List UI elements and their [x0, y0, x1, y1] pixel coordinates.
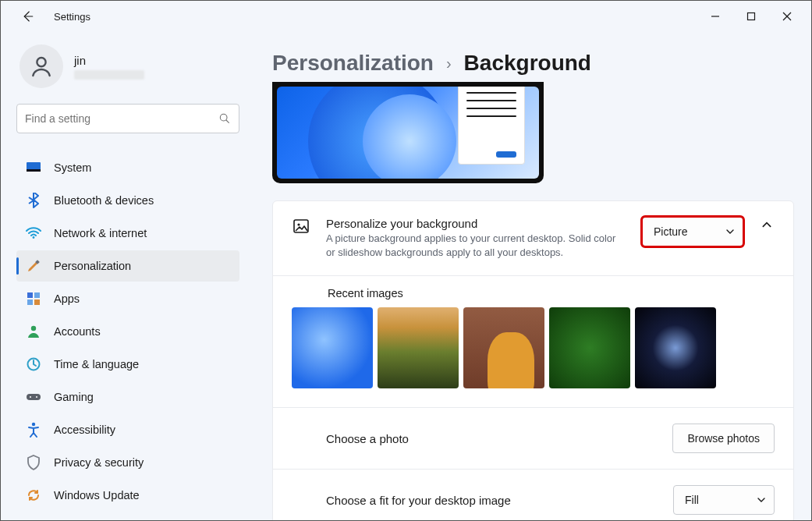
expand-toggle[interactable] — [759, 217, 775, 232]
titlebar-left: Settings — [20, 9, 90, 24]
browse-photos-button[interactable]: Browse photos — [672, 424, 775, 453]
close-icon — [782, 12, 792, 21]
update-icon — [26, 487, 41, 503]
paintbrush-icon — [26, 258, 41, 274]
search-box[interactable] — [16, 104, 239, 133]
sidebar-item-accounts[interactable]: Accounts — [16, 316, 239, 347]
breadcrumb-parent[interactable]: Personalization — [272, 51, 434, 76]
svg-point-22 — [297, 223, 300, 225]
sidebar-item-label: Time & language — [54, 358, 139, 370]
chevron-down-icon — [725, 227, 735, 236]
window-controls — [697, 4, 805, 29]
recent-thumbnail[interactable] — [463, 307, 544, 388]
svg-line-6 — [226, 120, 229, 122]
fit-dropdown[interactable]: Fill — [673, 485, 775, 515]
sidebar: jin System Bluetooth & devices — [1, 32, 250, 520]
user-block[interactable]: jin — [20, 44, 239, 88]
svg-rect-17 — [27, 394, 41, 400]
search-icon — [218, 112, 231, 125]
background-type-dropdown[interactable]: Picture — [642, 217, 743, 246]
button-label: Browse photos — [687, 432, 760, 445]
sidebar-item-label: Personalization — [54, 260, 131, 272]
sidebar-item-accessibility[interactable]: Accessibility — [16, 414, 239, 445]
accessibility-icon — [26, 422, 41, 438]
svg-point-20 — [32, 423, 35, 426]
bluetooth-icon — [26, 193, 41, 208]
back-button[interactable] — [20, 9, 35, 24]
main-content: Personalization › Background — [250, 32, 811, 520]
user-email-redacted — [74, 70, 144, 80]
account-icon — [26, 324, 41, 339]
sidebar-item-gaming[interactable]: Gaming — [16, 381, 239, 413]
titlebar: Settings — [1, 1, 811, 32]
sidebar-item-privacy[interactable]: Privacy & security — [16, 447, 239, 478]
recent-images-section: Recent images — [273, 275, 793, 407]
sidebar-item-update[interactable]: Windows Update — [16, 480, 239, 511]
clock-globe-icon — [26, 356, 41, 372]
sidebar-item-network[interactable]: Network & internet — [16, 218, 239, 249]
svg-rect-8 — [27, 169, 41, 172]
close-button[interactable] — [769, 4, 805, 29]
recent-thumbnail[interactable] — [549, 307, 630, 388]
preview-window-card — [458, 87, 525, 165]
sidebar-item-label: Bluetooth & devices — [54, 194, 154, 207]
recent-thumbnail[interactable] — [292, 307, 373, 388]
row-text: Choose a photo — [326, 432, 657, 445]
desktop-preview — [272, 82, 544, 183]
chevron-right-icon: › — [446, 55, 452, 73]
recent-thumbnail[interactable] — [635, 307, 716, 388]
choose-fit-row: Choose a fit for your desktop image Fill — [273, 469, 793, 520]
svg-point-9 — [33, 236, 35, 239]
chevron-up-icon — [761, 219, 772, 230]
preview-wallpaper — [277, 87, 539, 179]
sidebar-item-label: Accounts — [54, 325, 101, 338]
app-title: Settings — [54, 11, 90, 23]
dropdown-value: Fill — [685, 494, 699, 506]
sidebar-item-label: Privacy & security — [54, 456, 144, 469]
sidebar-item-apps[interactable]: Apps — [16, 283, 239, 314]
svg-rect-12 — [34, 292, 40, 298]
row-title: Choose a photo — [326, 432, 657, 445]
sidebar-item-label: Windows Update — [54, 489, 140, 502]
sidebar-item-personalization[interactable]: Personalization — [16, 250, 239, 282]
avatar — [20, 44, 63, 88]
sidebar-item-time-language[interactable]: Time & language — [16, 349, 239, 380]
row-text: Choose a fit for your desktop image — [326, 494, 658, 507]
sidebar-item-system[interactable]: System — [16, 152, 239, 183]
background-panel: Personalize your background A picture ba… — [272, 200, 794, 520]
row-title: Choose a fit for your desktop image — [326, 494, 658, 507]
user-info: jin — [74, 54, 144, 80]
picture-icon — [292, 217, 310, 236]
svg-point-19 — [36, 396, 37, 398]
chevron-down-icon — [757, 495, 766, 505]
shield-icon — [26, 455, 41, 470]
sidebar-item-bluetooth[interactable]: Bluetooth & devices — [16, 185, 239, 216]
svg-rect-13 — [27, 299, 33, 305]
minimize-icon — [711, 12, 720, 21]
sidebar-item-label: System — [54, 161, 91, 174]
svg-rect-1 — [748, 13, 755, 20]
sidebar-item-label: Network & internet — [54, 227, 147, 239]
sidebar-item-label: Apps — [54, 292, 80, 305]
maximize-button[interactable] — [733, 4, 769, 29]
choose-photo-row: Choose a photo Browse photos — [273, 407, 793, 469]
svg-point-18 — [30, 396, 31, 398]
minimize-button[interactable] — [697, 4, 733, 29]
recent-thumbnail[interactable] — [378, 307, 459, 388]
settings-window: Settings jin — [0, 0, 812, 521]
recent-images-label: Recent images — [328, 287, 775, 299]
svg-point-15 — [31, 326, 36, 331]
sidebar-item-label: Accessibility — [54, 424, 115, 436]
row-text: Personalize your background A picture ba… — [326, 217, 626, 260]
nav-list: System Bluetooth & devices Network & int… — [16, 152, 239, 511]
display-icon — [26, 160, 41, 175]
apps-icon — [26, 291, 41, 307]
svg-rect-14 — [34, 299, 40, 305]
body: jin System Bluetooth & devices — [1, 32, 811, 520]
arrow-left-icon — [20, 9, 34, 23]
svg-rect-11 — [27, 292, 33, 298]
search-input[interactable] — [25, 112, 218, 125]
personalize-background-row: Personalize your background A picture ba… — [273, 201, 793, 275]
breadcrumb-current: Background — [464, 51, 591, 76]
recent-thumbnails — [292, 307, 775, 388]
